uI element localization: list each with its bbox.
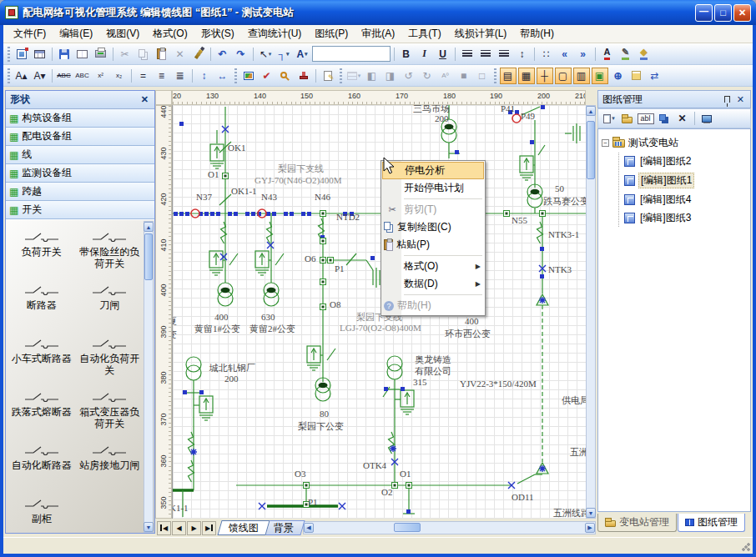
- menu-edit[interactable]: 编辑(E): [53, 25, 99, 43]
- text-tool-icon[interactable]: A▾: [294, 46, 310, 63]
- stamp-icon[interactable]: [295, 68, 312, 84]
- sheet-manager-close-icon[interactable]: ✕: [735, 94, 746, 105]
- menu-item-paste[interactable]: 粘贴(P): [382, 236, 484, 253]
- stencil-fused-load-switch[interactable]: 带保险丝的负荷开关: [76, 223, 144, 277]
- group-structure-equipment[interactable]: ▦ 构筑设备组: [6, 109, 154, 128]
- scrollbar-thumb[interactable]: [587, 121, 595, 179]
- menu-tools[interactable]: 工具(T): [401, 25, 447, 43]
- canvas-horizontal-scrollbar[interactable]: ◀ ▶: [303, 521, 596, 534]
- nav-last-page[interactable]: ▶: [202, 521, 216, 535]
- font-enlarge-icon[interactable]: A▴: [13, 68, 30, 84]
- nav-next-page[interactable]: ▶: [187, 521, 201, 535]
- font-name-combo[interactable]: [312, 46, 391, 62]
- tab-sheet-manager[interactable]: 图纸管理: [678, 514, 745, 532]
- scroll-up-icon[interactable]: ▲: [586, 106, 596, 116]
- rename-sheet-icon[interactable]: abl: [638, 113, 654, 124]
- underline-icon[interactable]: U: [435, 46, 451, 63]
- group-switch[interactable]: ▦ 开关: [6, 201, 154, 219]
- tree-item-sheet3[interactable]: [编辑]图纸3: [622, 209, 748, 227]
- line-color-icon[interactable]: ✎: [617, 46, 634, 63]
- flip-vertical-icon[interactable]: ◨: [382, 68, 399, 84]
- browse-search-icon[interactable]: [277, 68, 294, 84]
- no-strikethrough-icon[interactable]: ABC: [74, 68, 91, 84]
- stencil-knife-switch[interactable]: 刀闸: [76, 277, 144, 330]
- menu-item-start-outage-plan[interactable]: 开始停电计划: [382, 179, 484, 197]
- scrollbar-thumb[interactable]: [144, 233, 153, 280]
- group-distribution-equipment[interactable]: ▦ 配电设备组: [6, 128, 154, 146]
- scroll-down-icon[interactable]: ▼: [586, 508, 596, 518]
- menu-item-copy-drawing[interactable]: 复制绘图(C): [382, 218, 484, 236]
- flip-horizontal-icon[interactable]: ◧: [364, 68, 381, 84]
- group-crossing[interactable]: ▦ 跨越: [6, 183, 154, 201]
- send-to-back-icon[interactable]: □: [474, 68, 491, 84]
- edit-note-icon[interactable]: [320, 68, 336, 84]
- stencil-trolley-circuit-breaker[interactable]: 小车式断路器: [8, 330, 76, 384]
- indent-decrease-icon[interactable]: «: [557, 46, 573, 63]
- group-line[interactable]: ▦ 线: [6, 146, 154, 164]
- group-monitoring-equipment[interactable]: ▦ 监测设备组: [6, 164, 154, 183]
- pin-icon[interactable]: [724, 96, 730, 103]
- font-color-icon[interactable]: A: [599, 46, 616, 63]
- open-sheet-icon[interactable]: [619, 110, 636, 127]
- spacing-wide-icon[interactable]: ≣: [172, 68, 189, 84]
- close-button[interactable]: ✕: [733, 4, 751, 22]
- font-shrink-icon[interactable]: A▾: [32, 68, 48, 84]
- menu-line-loss-calc[interactable]: 线损计算(L): [448, 25, 514, 43]
- rotate-text-icon[interactable]: Aº: [437, 68, 454, 84]
- scroll-up-icon[interactable]: ▲: [144, 222, 154, 232]
- page-break-toggle[interactable]: ▥: [573, 68, 590, 84]
- delete-icon[interactable]: ✕: [172, 46, 189, 63]
- bullet-list-icon[interactable]: ∷: [538, 46, 555, 63]
- menu-shape[interactable]: 形状(S): [194, 25, 241, 43]
- menu-query-statistics[interactable]: 查询统计(U): [241, 25, 309, 43]
- scroll-right-icon[interactable]: ▶: [585, 523, 595, 533]
- vertical-text-icon[interactable]: ↕: [514, 46, 531, 63]
- stencil-auxiliary-cabinet[interactable]: 副柜: [8, 490, 76, 533]
- subscript-icon[interactable]: x₂: [111, 68, 128, 84]
- scroll-left-icon[interactable]: ◀: [304, 523, 314, 533]
- format-painter-icon[interactable]: [190, 46, 207, 63]
- tree-item-substation[interactable]: − 测试变电站: [600, 134, 748, 152]
- bring-to-front-icon[interactable]: ■: [456, 68, 472, 84]
- selection-net-toggle[interactable]: ▢: [555, 68, 572, 84]
- guides-toggle[interactable]: ┼: [537, 68, 553, 84]
- menu-item-outage-analysis[interactable]: 停电分析: [382, 162, 484, 179]
- insert-image-icon[interactable]: [240, 68, 257, 84]
- menu-file[interactable]: 文件(F): [7, 25, 53, 43]
- paste-icon[interactable]: [154, 46, 170, 63]
- stencil-load-switch[interactable]: 负荷开关: [8, 223, 76, 277]
- scrollbar-thumb[interactable]: [394, 523, 421, 532]
- minimize-button[interactable]: —: [695, 4, 713, 22]
- align-right-icon[interactable]: [496, 46, 512, 63]
- spacing-single-icon[interactable]: =: [135, 68, 152, 84]
- stencil-station-grounding-knife-switch[interactable]: 站房接地刀闸: [76, 437, 144, 490]
- redo-icon[interactable]: ↷: [233, 46, 249, 63]
- fill-color-icon[interactable]: ◆: [636, 46, 653, 63]
- cut-icon[interactable]: ✂: [117, 46, 134, 63]
- new-feeder-icon[interactable]: [13, 46, 30, 63]
- menu-sheet[interactable]: 图纸(P): [308, 25, 355, 43]
- rotate-right-icon[interactable]: ↻: [419, 68, 436, 84]
- connector-tool-icon[interactable]: ┐▾: [275, 46, 292, 63]
- align-shapes-icon[interactable]: ▾: [345, 68, 362, 84]
- menu-item-format[interactable]: 格式(O) ▶: [382, 258, 484, 275]
- nav-first-page[interactable]: ◀: [157, 521, 171, 535]
- canvas-vertical-scrollbar[interactable]: ▲ ▼: [586, 105, 596, 519]
- copy-icon[interactable]: [135, 46, 152, 63]
- align-center-icon[interactable]: [477, 46, 494, 63]
- maximize-button[interactable]: □: [714, 4, 732, 22]
- shape-properties-icon[interactable]: [628, 68, 645, 84]
- tree-item-sheet1[interactable]: [编辑]图纸1: [622, 171, 748, 190]
- indent-increase-icon[interactable]: »: [575, 46, 592, 63]
- grid-toggle[interactable]: ▦: [518, 68, 535, 84]
- rotate-left-icon[interactable]: ↺: [401, 68, 417, 84]
- delete-sheet-icon[interactable]: ✕: [674, 110, 691, 127]
- menu-item-data[interactable]: 数据(D) ▶: [382, 275, 484, 293]
- undo-icon[interactable]: ↶: [214, 46, 231, 63]
- tree-item-sheet2[interactable]: [编辑]图纸2: [622, 153, 748, 170]
- tree-item-sheet4[interactable]: [编辑]图纸4: [622, 191, 748, 208]
- pan-zoom-icon[interactable]: ⊕: [610, 68, 627, 84]
- ruler-toggle[interactable]: ▤: [500, 68, 517, 84]
- stencil-automated-circuit-breaker[interactable]: 自动化断路器: [8, 437, 76, 490]
- print-icon[interactable]: [93, 46, 109, 63]
